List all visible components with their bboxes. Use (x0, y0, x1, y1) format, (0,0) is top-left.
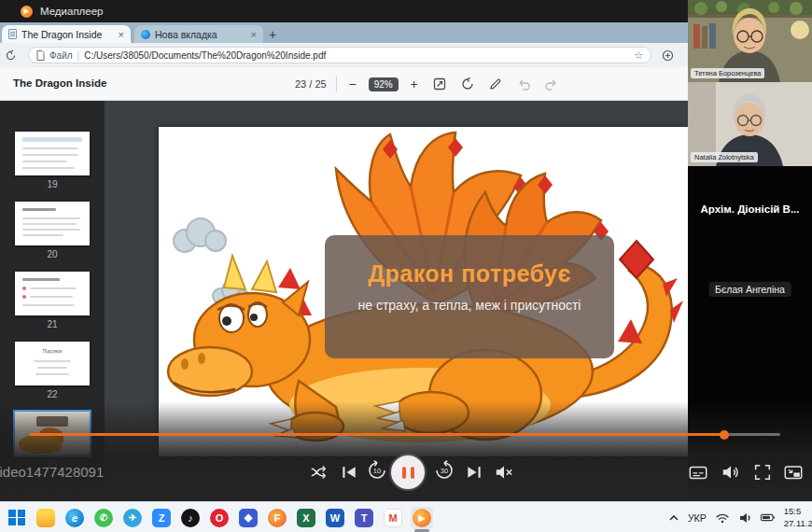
battery-icon[interactable] (760, 512, 776, 523)
taskbar-clock[interactable]: 15:5 27.11.20 (784, 506, 812, 529)
tab-label: Нова вкладка (155, 29, 246, 40)
participant-name-label: Natalia Zolotnytska (691, 152, 758, 162)
thumbnail-page-21[interactable] (15, 272, 90, 315)
tab-close-icon[interactable]: × (251, 29, 257, 40)
pdf-content: 19 20 21 (0, 101, 688, 501)
tab-close-icon[interactable]: × (119, 29, 124, 40)
page-indicator: 23 / 25 (295, 78, 327, 90)
participant-name-label: Архім. Діонісій В... (688, 203, 812, 215)
pdf-favicon-icon (8, 29, 17, 39)
pdf-canvas: Дракон потребує не страху, а тепла, меж … (105, 101, 688, 501)
url-text: C:/Users/38050/Documents/The%20Dragon%20… (84, 50, 326, 61)
thumbnail-number: 20 (0, 249, 105, 259)
address-bar[interactable]: Файл | C:/Users/38050/Documents/The%20Dr… (28, 47, 651, 63)
next-track-icon[interactable] (463, 461, 485, 483)
tab-label: The Dragon Inside (21, 29, 114, 40)
slide-text-overlay: Дракон потребує не страху, а тепла, меж … (325, 235, 614, 358)
reload-icon[interactable] (0, 49, 21, 62)
fullscreen-icon[interactable] (751, 461, 774, 483)
thumbnail-page-20[interactable] (15, 202, 90, 245)
svg-text:30: 30 (441, 467, 448, 475)
volume-icon[interactable] (720, 461, 742, 483)
address-bar-row: Файл | C:/Users/38050/Documents/The%20Dr… (0, 43, 688, 67)
subtitles-icon[interactable] (687, 461, 709, 483)
protocol-label: Файл (49, 50, 73, 61)
pause-button[interactable] (391, 455, 425, 489)
taskbar-zoom[interactable]: Z (150, 507, 173, 529)
zoom-level[interactable]: 92% (369, 77, 399, 91)
tab-new-tab[interactable]: Нова вкладка × (134, 25, 263, 43)
taskbar-word[interactable]: W (324, 507, 346, 529)
rewind-10-icon[interactable]: 10 (366, 459, 388, 482)
hidden-icons-chevron[interactable] (668, 513, 679, 523)
new-tab-button[interactable]: + (263, 25, 282, 43)
windows-logo-icon (8, 510, 25, 526)
draw-icon[interactable] (486, 75, 505, 93)
slide-page: Дракон потребує не страху, а тепла, меж … (159, 127, 688, 456)
pdf-doc-title: The Dragon Inside (13, 77, 106, 89)
seek-progress (30, 433, 724, 436)
taskbar-edge[interactable]: e (63, 507, 86, 529)
thumbnail-page-22[interactable]: Підсумок (15, 342, 90, 385)
participant-video-2[interactable]: Natalia Zolotnytska (688, 82, 812, 166)
language-indicator[interactable]: УКР (688, 512, 707, 524)
speaker-icon[interactable] (738, 511, 751, 525)
taskbar-opera[interactable]: O (208, 507, 231, 529)
participant-name-label: Тетяна Борозенцева (691, 68, 764, 78)
participant-name-label: Бєлая Ангеліна (708, 282, 791, 297)
wifi-icon[interactable] (715, 512, 730, 524)
clock-time: 15:5 (784, 506, 802, 516)
participants-panel: Тетяна Борозенцева Natalia Zolotnytska А… (688, 0, 812, 501)
taskbar-tiktok[interactable]: ♪ (179, 507, 202, 529)
favorite-star-icon[interactable]: ☆ (634, 49, 643, 62)
undo-icon[interactable] (514, 75, 533, 93)
tab-strip: The Dragon Inside × Нова вкладка × + (0, 22, 688, 43)
taskbar-firefox[interactable]: F (266, 507, 288, 529)
seek-bar[interactable] (30, 433, 780, 436)
seek-thumb[interactable] (720, 430, 729, 440)
taskbar-telegram[interactable]: ✈ (121, 507, 144, 529)
thumbnail-sidebar: 19 20 21 (0, 101, 105, 501)
rotate-icon[interactable] (458, 75, 477, 93)
tab-dragon-inside[interactable]: The Dragon Inside × (2, 25, 131, 43)
taskbar-defender[interactable]: ◈ (237, 507, 259, 529)
slide-title: Дракон потребує (325, 260, 614, 287)
participant-tiles-novideo: Архім. Діонісій В... Бєлая Ангеліна (688, 166, 812, 501)
clock-date: 27.11.20 (784, 518, 812, 528)
zoom-out-button[interactable]: − (346, 77, 359, 91)
zoom-in-button[interactable]: + (408, 77, 421, 91)
forward-30-icon[interactable]: 30 (433, 459, 455, 482)
mediaplayer-logo-icon: ▶ (21, 6, 33, 18)
shuffle-icon[interactable] (308, 461, 330, 483)
browser-window: The Dragon Inside × Нова вкладка × + Фай… (0, 22, 688, 501)
picture-in-picture-icon[interactable] (782, 461, 805, 483)
system-tray: УКР 15:5 27.11.20 (668, 502, 812, 532)
video-filename: video1477428091 (0, 464, 104, 480)
fit-to-page-icon[interactable] (430, 75, 449, 93)
browser-zoom-icon[interactable] (657, 49, 678, 62)
toolbar-divider (336, 77, 337, 91)
taskbar-teams[interactable]: T (353, 507, 375, 529)
app-title: Медиаплеер (40, 6, 104, 17)
svg-text:10: 10 (373, 467, 381, 475)
pdf-toolbar: The Dragon Inside 23 / 25 − 92% + (0, 67, 688, 101)
start-button[interactable] (6, 507, 28, 529)
taskbar-gmail[interactable]: M (382, 507, 404, 529)
mute-icon[interactable] (493, 461, 515, 483)
taskbar: e ✆ ✈ Z ♪ O ◈ F X W T M ▶ УКР (0, 501, 812, 532)
taskbar-excel[interactable]: X (295, 507, 317, 529)
taskbar-whatsapp[interactable]: ✆ (92, 507, 115, 529)
edge-favicon-icon (141, 30, 150, 39)
participant-video-1[interactable]: Тетяна Борозенцева (688, 0, 812, 82)
thumbnail-page-19[interactable] (15, 132, 90, 175)
previous-track-icon[interactable] (338, 461, 360, 483)
protocol-separator: | (77, 50, 80, 61)
thumbnail-number: 19 (0, 179, 105, 189)
taskbar-file-explorer[interactable] (35, 507, 57, 529)
thumbnail-number: 21 (0, 319, 105, 329)
media-player-window: ▶ Медиаплеер The Dragon Inside × Нова вк… (0, 0, 812, 532)
redo-icon[interactable] (542, 75, 561, 93)
slide-subtitle: не страху, а тепла, меж і присутності (325, 298, 614, 313)
thumbnail-number: 22 (0, 389, 105, 399)
taskbar-media-player-active[interactable]: ▶ (411, 507, 433, 529)
